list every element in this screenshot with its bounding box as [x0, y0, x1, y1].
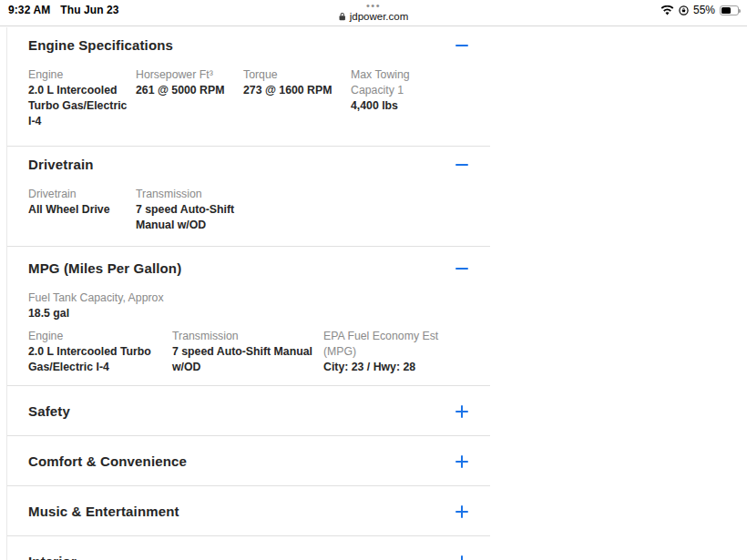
- battery-percent: 55%: [693, 4, 715, 16]
- minus-icon[interactable]: [455, 45, 468, 46]
- spec-value: 2.0 L Intercooled Turbo Gas/Electric I-4: [28, 344, 169, 375]
- spec-row: Drivetrain All Wheel Drive Transmission …: [28, 187, 490, 233]
- spec-label: EPA Fuel Economy Est (MPG): [323, 329, 444, 360]
- spec-item: Transmission 7 speed Auto-Shift Manual w…: [172, 329, 323, 375]
- section-title: MPG (Miles Per Gallon): [28, 260, 181, 278]
- spec-item: Fuel Tank Capacity, Approx 18.5 gal: [28, 290, 490, 321]
- plus-icon[interactable]: [455, 405, 468, 418]
- address-bar[interactable]: jdpower.com: [339, 11, 409, 22]
- padlock-icon: [339, 12, 346, 21]
- minus-icon[interactable]: [455, 268, 468, 270]
- spec-item: Max Towing Capacity 1 4,400 lbs: [351, 67, 456, 129]
- section-interior: Interior: [7, 536, 490, 560]
- spec-label: Fuel Tank Capacity, Approx: [28, 290, 486, 306]
- section-safety: Safety: [7, 386, 490, 436]
- section-engine-specifications: Engine Specifications Engine 2.0 L Inter…: [7, 27, 490, 147]
- plus-icon[interactable]: [455, 455, 468, 468]
- wifi-icon: [660, 5, 674, 15]
- ipad-screen: 9:32 AM Thu Jun 23 ••• jdpower.com: [0, 0, 747, 560]
- section-drivetrain: Drivetrain Drivetrain All Wheel Drive Tr…: [7, 147, 490, 247]
- section-header-engine-specifications[interactable]: Engine Specifications: [28, 36, 490, 55]
- safari-toolbar: 9:32 AM Thu Jun 23 ••• jdpower.com: [0, 0, 747, 26]
- plus-icon[interactable]: [455, 555, 468, 560]
- plus-icon[interactable]: [455, 505, 468, 518]
- address-bar-area: ••• jdpower.com: [339, 2, 409, 22]
- battery-nub: [739, 9, 741, 13]
- spec-label: Transmission: [172, 329, 322, 344]
- spec-value: 18.5 gal: [28, 306, 486, 321]
- status-date: Thu Jun 23: [60, 4, 118, 16]
- section-header-interior[interactable]: Interior: [28, 553, 490, 560]
- section-header-safety[interactable]: Safety: [28, 402, 490, 421]
- spec-label: Engine: [28, 67, 130, 83]
- spec-item: Drivetrain All Wheel Drive: [28, 187, 134, 233]
- section-header-mpg[interactable]: MPG (Miles Per Gallon): [28, 260, 490, 278]
- spec-label: Horsepower Ft³: [136, 67, 238, 83]
- spec-value: 261 @ 5000 RPM: [136, 83, 238, 98]
- status-time: 9:32 AM: [8, 4, 50, 16]
- spec-row: Engine 2.0 L Intercooled Turbo Gas/Elect…: [28, 329, 490, 375]
- spec-item: Engine 2.0 L Intercooled Turbo Gas/Elect…: [28, 67, 134, 129]
- rotation-lock-icon: [679, 5, 689, 15]
- section-title: Comfort & Convenience: [28, 453, 187, 471]
- section-title: Drivetrain: [28, 156, 94, 174]
- spec-value: City: 23 / Hwy: 28: [323, 360, 466, 375]
- spec-item: Transmission 7 speed Auto-Shift Manual w…: [136, 187, 241, 233]
- section-music-entertainment: Music & Entertainment: [7, 486, 490, 536]
- spec-item: Engine 2.0 L Intercooled Turbo Gas/Elect…: [28, 329, 172, 375]
- spec-value: 273 @ 1600 RPM: [243, 83, 345, 98]
- spec-row: Engine 2.0 L Intercooled Turbo Gas/Elect…: [28, 67, 490, 129]
- spec-item: Torque 273 @ 1600 RPM: [243, 67, 349, 129]
- spec-item: Horsepower Ft³ 261 @ 5000 RPM: [136, 67, 241, 129]
- spec-value: 4,400 lbs: [351, 98, 453, 114]
- status-icons: 55%: [660, 4, 739, 16]
- section-title: Interior: [28, 553, 77, 560]
- section-header-music-entertainment[interactable]: Music & Entertainment: [28, 503, 490, 521]
- spec-label: Torque: [243, 67, 345, 83]
- spec-label: Transmission: [136, 187, 238, 202]
- battery-fill: [721, 7, 731, 14]
- section-mpg: MPG (Miles Per Gallon) Fuel Tank Capacit…: [7, 247, 490, 386]
- spec-value: 2.0 L Intercooled Turbo Gas/Electric I-4: [28, 83, 130, 129]
- spec-value: All Wheel Drive: [28, 202, 130, 218]
- section-header-drivetrain[interactable]: Drivetrain: [28, 156, 490, 174]
- spec-label: Drivetrain: [28, 187, 130, 202]
- spec-label: Max Towing Capacity 1: [351, 67, 453, 98]
- section-title: Engine Specifications: [28, 36, 173, 55]
- specs-panel: Engine Specifications Engine 2.0 L Inter…: [6, 27, 490, 560]
- status-time-date: 9:32 AM Thu Jun 23: [8, 4, 119, 16]
- spec-label: Engine: [28, 329, 169, 344]
- section-comfort-convenience: Comfort & Convenience: [7, 436, 490, 486]
- spec-value: 7 speed Auto-Shift Manual w/OD: [136, 202, 238, 233]
- minus-icon[interactable]: [455, 164, 468, 166]
- section-header-comfort-convenience[interactable]: Comfort & Convenience: [28, 453, 490, 471]
- section-title: Safety: [28, 402, 70, 421]
- section-title: Music & Entertainment: [28, 503, 179, 521]
- spec-value: 7 speed Auto-Shift Manual w/OD: [172, 344, 322, 375]
- url-text: jdpower.com: [350, 11, 409, 22]
- spec-row: Fuel Tank Capacity, Approx 18.5 gal: [28, 290, 490, 321]
- battery-icon: [720, 5, 739, 15]
- spec-item: EPA Fuel Economy Est (MPG) City: 23 / Hw…: [323, 329, 469, 375]
- ellipsis-icon[interactable]: •••: [339, 2, 409, 9]
